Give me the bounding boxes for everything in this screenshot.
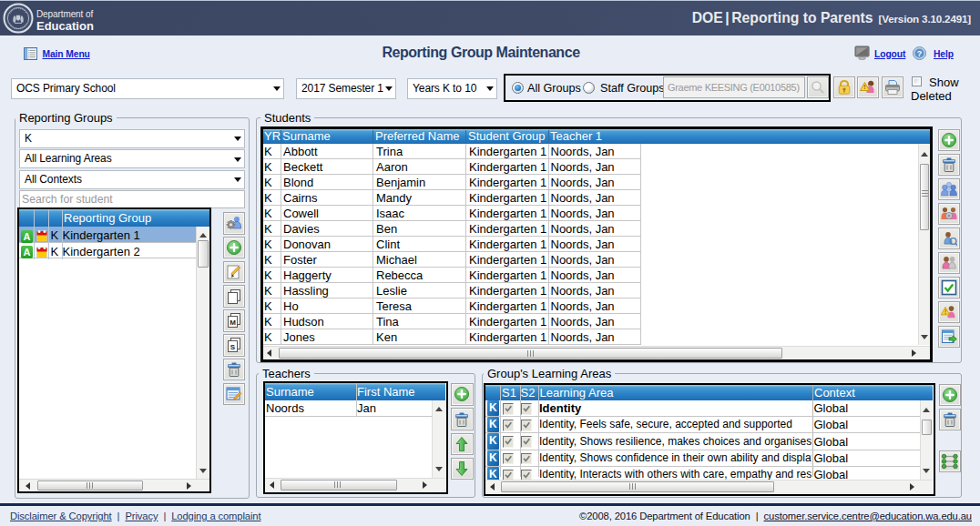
svg-text:?: ? [917,49,923,58]
svg-text:S: S [230,343,236,351]
svg-text:!: ! [863,84,865,90]
svg-text:M: M [230,319,236,328]
svg-text:!: ! [944,308,946,314]
